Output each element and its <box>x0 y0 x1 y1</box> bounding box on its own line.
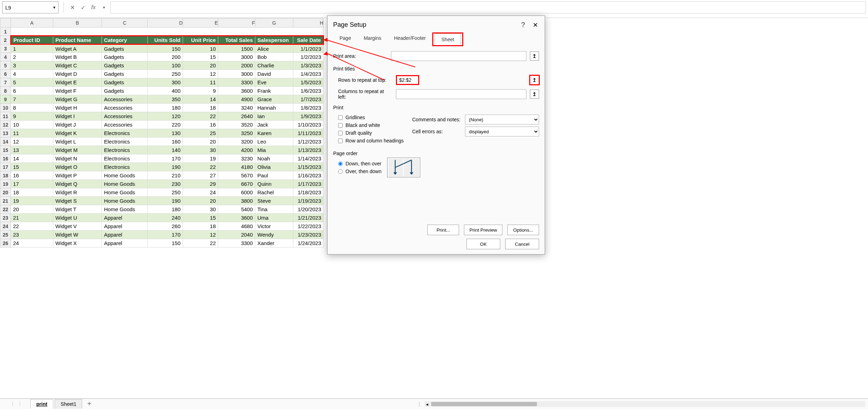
table-header-cell[interactable]: Product ID <box>11 36 53 44</box>
cell-category[interactable]: Home Goods <box>102 205 148 214</box>
cell-total-sales[interactable]: 6670 <box>218 180 255 188</box>
collapse-dialog-icon[interactable]: ↥ <box>530 90 539 99</box>
cell-product-id[interactable]: 8 <box>11 104 53 112</box>
cell-product-id[interactable]: 15 <box>11 163 53 171</box>
cell-product-name[interactable]: Widget P <box>53 171 102 180</box>
cell-salesperson[interactable]: Noah <box>255 154 293 163</box>
cell-category[interactable]: Electronics <box>102 154 148 163</box>
tab-page[interactable]: Page <box>333 32 357 46</box>
cell-salesperson[interactable]: Mia <box>255 146 293 154</box>
cell-total-sales[interactable]: 3600 <box>218 87 255 95</box>
table-header-cell[interactable]: Units Sold <box>148 36 183 44</box>
cell-category[interactable]: Gadgets <box>102 87 148 95</box>
cell-product-id[interactable]: 18 <box>11 188 53 197</box>
cell-category[interactable]: Apparel <box>102 214 148 222</box>
gridlines-checkbox[interactable] <box>338 115 343 120</box>
cell-unit-price[interactable]: 24 <box>183 188 218 197</box>
cell-sale-date[interactable]: 1/10/2023 <box>293 121 324 129</box>
spreadsheet-grid[interactable]: A B C D E F G H 12Product IDProduct Name… <box>0 18 324 248</box>
cell-sale-date[interactable]: 1/20/2023 <box>293 205 324 214</box>
cell-product-id[interactable]: 22 <box>11 222 53 231</box>
cell-unit-price[interactable]: 22 <box>183 239 218 248</box>
row-header[interactable]: 15 <box>0 146 11 154</box>
table-header-cell[interactable]: Salesperson <box>255 36 293 44</box>
cell-unit-price[interactable]: 14 <box>183 95 218 104</box>
cell-unit-price[interactable]: 9 <box>183 87 218 95</box>
cell-product-name[interactable]: Widget K <box>53 129 102 138</box>
cell-unit-price[interactable]: 30 <box>183 205 218 214</box>
tab-header-footer[interactable]: Header/Footer <box>388 32 432 46</box>
help-icon[interactable]: ? <box>521 21 525 29</box>
row-header[interactable]: 26 <box>0 239 11 248</box>
cell-product-name[interactable]: Widget X <box>53 239 102 248</box>
cell-salesperson[interactable]: Karen <box>255 129 293 138</box>
cell-product-id[interactable]: 9 <box>11 112 53 121</box>
cell-product-name[interactable]: Widget Q <box>53 180 102 188</box>
drag-handle-icon[interactable]: ⋮ <box>417 401 422 407</box>
row-header[interactable]: 8 <box>0 87 11 95</box>
cell-product-name[interactable]: Widget W <box>53 231 102 239</box>
cancel-input-icon[interactable]: ✕ <box>69 4 76 11</box>
row-header[interactable]: 21 <box>0 197 11 205</box>
row-header[interactable]: 20 <box>0 188 11 197</box>
cell-category[interactable]: Gadgets <box>102 61 148 70</box>
cell-units-sold[interactable]: 120 <box>148 112 183 121</box>
cell-product-id[interactable]: 3 <box>11 61 53 70</box>
cell-product-name[interactable]: Widget J <box>53 121 102 129</box>
cell-salesperson[interactable]: Charlie <box>255 61 293 70</box>
cell-product-id[interactable]: 13 <box>11 146 53 154</box>
cell-total-sales[interactable]: 3230 <box>218 154 255 163</box>
cell-category[interactable]: Home Goods <box>102 171 148 180</box>
cell-units-sold[interactable]: 170 <box>148 231 183 239</box>
cell-units-sold[interactable]: 230 <box>148 180 183 188</box>
cell-units-sold[interactable]: 100 <box>148 61 183 70</box>
cell-total-sales[interactable]: 4200 <box>218 146 255 154</box>
cell-units-sold[interactable]: 140 <box>148 146 183 154</box>
cell-product-id[interactable]: 14 <box>11 154 53 163</box>
ok-button[interactable]: OK <box>466 239 500 249</box>
add-sheet-button[interactable]: + <box>84 400 95 408</box>
cell-units-sold[interactable]: 250 <box>148 188 183 197</box>
cell-units-sold[interactable]: 150 <box>148 239 183 248</box>
options-button[interactable]: Options... <box>507 225 539 235</box>
cell-product-id[interactable]: 1 <box>11 44 53 53</box>
cell-product-id[interactable]: 24 <box>11 239 53 248</box>
column-header[interactable]: A <box>11 18 53 28</box>
column-header[interactable]: D <box>148 18 183 28</box>
row-header[interactable]: 23 <box>0 214 11 222</box>
cell-product-id[interactable]: 2 <box>11 53 53 61</box>
cell-sale-date[interactable]: 1/6/2023 <box>293 87 324 95</box>
cell-category[interactable]: Accessories <box>102 95 148 104</box>
draft-quality-checkbox[interactable] <box>338 131 343 135</box>
cell-sale-date[interactable]: 1/24/2023 <box>293 239 324 248</box>
row-header[interactable]: 6 <box>0 70 11 78</box>
cell-unit-price[interactable]: 20 <box>183 197 218 205</box>
rows-repeat-input[interactable] <box>396 75 419 85</box>
collapse-dialog-icon[interactable]: ↥ <box>530 51 539 61</box>
cell-product-name[interactable]: Widget E <box>53 78 102 87</box>
cell-total-sales[interactable]: 3520 <box>218 121 255 129</box>
cell-product-name[interactable]: Widget N <box>53 154 102 163</box>
cell-salesperson[interactable]: Ian <box>255 112 293 121</box>
cell-sale-date[interactable]: 1/16/2023 <box>293 171 324 180</box>
cell-unit-price[interactable]: 15 <box>183 214 218 222</box>
table-header-cell[interactable]: Product Name <box>53 36 102 44</box>
cell-product-name[interactable]: Widget V <box>53 222 102 231</box>
cell-sale-date[interactable]: 1/2/2023 <box>293 53 324 61</box>
cell-category[interactable]: Apparel <box>102 231 148 239</box>
row-col-headings-checkbox[interactable] <box>338 139 343 143</box>
cell-total-sales[interactable]: 3250 <box>218 129 255 138</box>
cell-category[interactable]: Gadgets <box>102 44 148 53</box>
cell-category[interactable]: Apparel <box>102 222 148 231</box>
cell-product-id[interactable]: 7 <box>11 95 53 104</box>
cell-salesperson[interactable]: Olivia <box>255 163 293 171</box>
chevron-down-icon[interactable]: ▾ <box>53 5 55 10</box>
cell-unit-price[interactable]: 25 <box>183 129 218 138</box>
cell-units-sold[interactable]: 180 <box>148 104 183 112</box>
cell-sale-date[interactable]: 1/12/2023 <box>293 138 324 146</box>
print-area-input[interactable] <box>391 51 526 61</box>
cell-salesperson[interactable]: Bob <box>255 53 293 61</box>
row-header[interactable]: 18 <box>0 171 11 180</box>
cell-product-id[interactable]: 19 <box>11 197 53 205</box>
cell-units-sold[interactable]: 200 <box>148 53 183 61</box>
